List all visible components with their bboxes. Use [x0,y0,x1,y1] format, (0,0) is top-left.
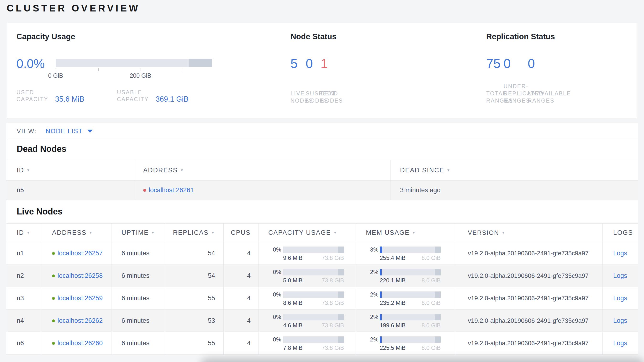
address-link[interactable]: localhost:26258 [58,272,103,279]
live-nodes-table: ID▼ ADDRESS▼ UPTIME▼ REPLICAS▼ CPUS CAPA… [6,223,638,354]
replicas-cell: 53 [165,310,224,332]
column-header-replicas[interactable]: REPLICAS▼ [165,224,224,242]
logs-cell: Logs [603,242,638,264]
column-header-id[interactable]: ID▼ [6,160,134,180]
capacity-usage-section: Capacity Usage 0.0% 0 GiB 200 GiB USED C… [16,32,274,109]
version-cell: v19.2.0-alpha.20190606-2491-gfe735c9a97 [455,310,603,332]
cluster-summary-card: Capacity Usage 0.0% 0 GiB 200 GiB USED C… [6,23,638,118]
address-link[interactable]: localhost:26260 [58,339,103,347]
axis-tick-label: 0 GiB [48,72,63,79]
version-cell: v19.2.0-alpha.20190606-2491-gfe735c9a97 [455,332,603,354]
capacity-bar-reserved-segment [189,59,212,67]
sort-desc-icon: ▼ [26,168,30,172]
table-row: n3 localhost:26259 6 minutes 55 4 0% 8.6… [6,287,638,310]
column-header-cpus: CPUS [224,224,259,242]
table-row: n4 localhost:26262 6 minutes 53 4 0% 4.6… [6,310,638,332]
uptime-cell: 6 minutes [112,332,165,354]
sort-desc-icon: ▼ [89,231,93,235]
logs-link[interactable]: Logs [613,295,627,302]
axis-tick [56,68,56,71]
capacity-bar [283,247,344,253]
node-id: n2 [6,265,41,287]
mem-bar [380,314,441,320]
usable-capacity-value: 369.1 GiB [156,95,188,104]
dead-nodes-title: Dead Nodes [6,139,638,154]
address-cell: localhost:26262 [41,310,112,332]
live-nodes-stat: 5 LIVE NODES [290,32,306,104]
sort-desc-icon: ▼ [180,168,184,172]
capacity-bar [283,269,344,275]
column-header-address[interactable]: ADDRESS▼ [134,160,390,180]
mem-usage-cell: 2% 225.5 MiB8.0 GiB [356,332,455,354]
total-ranges-stat: 75 TOTAL RANGES [486,32,504,104]
column-header-uptime[interactable]: UPTIME▼ [112,224,165,242]
sort-desc-icon: ▼ [151,231,155,235]
uptime-cell: 6 minutes [112,310,165,332]
capacity-usage-cell: 0% 7.8 MiB73.8 GiB [259,332,356,354]
sort-desc-icon: ▼ [412,231,416,235]
column-header-id[interactable]: ID▼ [6,224,41,242]
unavailable-ranges-stat: 0 UNAVAILABLE RANGES [528,32,555,104]
column-header-mem-usage[interactable]: MEM USAGE▼ [356,224,455,242]
cpus-cell: 4 [224,242,259,264]
capacity-bar [283,314,344,320]
node-list-dropdown[interactable]: NODE LIST [46,127,92,135]
version-cell: v19.2.0-alpha.20190606-2491-gfe735c9a97 [455,242,603,264]
total-ranges-count: 75 [486,56,500,71]
replicas-cell: 54 [165,265,224,287]
logs-link[interactable]: Logs [613,317,627,324]
live-status-dot-icon [52,297,55,300]
live-status-dot-icon [52,252,55,255]
cpus-cell: 4 [224,265,259,287]
used-capacity-value: 35.6 MiB [55,95,84,104]
mem-usage-cell: 2% 235.2 MiB8.0 GiB [356,287,455,309]
address-link[interactable]: localhost:26262 [58,317,103,324]
column-header-capacity-usage[interactable]: CAPACITY USAGE▼ [259,224,356,242]
axis-tick [183,68,183,71]
column-header-dead-since[interactable]: DEAD SINCE▼ [390,160,638,180]
table-row: n1 localhost:26257 6 minutes 54 4 0% 9.6… [6,242,638,265]
uptime-cell: 6 minutes [112,242,165,264]
capacity-bar [283,336,344,343]
capacity-usage-cell: 0% 8.6 MiB73.8 GiB [259,287,356,309]
mem-bar [380,269,441,275]
view-bar: VIEW: NODE LIST [6,123,638,139]
unavailable-ranges-count: 0 [528,56,535,71]
uptime-cell: 6 minutes [112,287,165,309]
capacity-usage-cell: 0% 5.0 MiB73.8 GiB [259,265,356,287]
capacity-usage-title: Capacity Usage [16,32,274,41]
replicas-cell: 54 [165,242,224,264]
unavailable-ranges-label: UNAVAILABLE RANGES [528,90,576,104]
live-status-dot-icon [52,274,55,277]
address-link[interactable]: localhost:26261 [149,187,194,194]
capacity-usage-bar [56,59,212,67]
under-replicated-ranges-stat: 0 UNDER-REPLICATED RANGES [504,32,528,104]
view-label: VIEW: [17,127,36,135]
node-id: n4 [6,310,41,332]
usable-capacity-stat: USABLE CAPACITY 369.1 GiB [117,89,188,103]
used-capacity-stat: USED CAPACITY 35.6 MiB [16,89,84,103]
logs-link[interactable]: Logs [613,250,627,257]
address-cell: localhost:26260 [41,332,112,354]
mem-usage-cell: 2% 199.6 MiB8.0 GiB [356,310,455,332]
version-cell: v19.2.0-alpha.20190606-2491-gfe735c9a97 [455,287,603,309]
cpus-cell: 4 [224,287,259,309]
column-header-address[interactable]: ADDRESS▼ [41,224,112,242]
capacity-usage-cell: 0% 4.6 MiB73.8 GiB [259,310,356,332]
capacity-bar [283,291,344,298]
address-link[interactable]: localhost:26257 [58,250,103,257]
node-id: n6 [6,332,41,354]
column-header-version[interactable]: VERSION▼ [455,224,603,242]
node-id: n5 [6,180,134,200]
capacity-bar-axis: 0 GiB 200 GiB [56,68,212,83]
capacity-used-percent: 0.0% [16,56,45,71]
address-link[interactable]: localhost:26259 [58,295,103,302]
replicas-cell: 55 [165,332,224,354]
axis-tick [98,68,98,71]
mem-bar [380,247,441,253]
replicas-cell: 55 [165,287,224,309]
dead-nodes-label: DEAD NODES [320,90,354,104]
table-row: n5 localhost:26261 3 minutes ago [6,180,638,200]
logs-link[interactable]: Logs [613,272,627,279]
logs-link[interactable]: Logs [613,339,627,347]
